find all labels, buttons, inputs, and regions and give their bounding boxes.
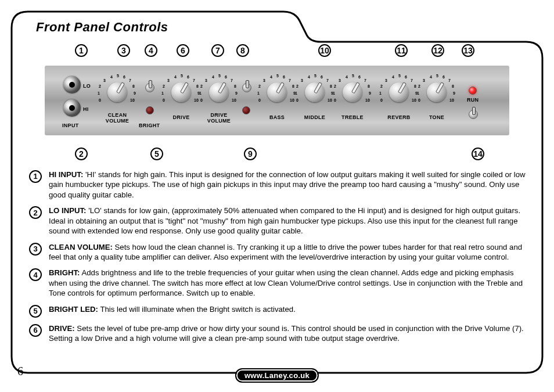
- lo-label: LO: [83, 83, 91, 89]
- desc-body: BRIGHT: Adds brightness and life to the …: [49, 268, 528, 298]
- callout-5: 5: [150, 148, 163, 160]
- callout-7: 7: [211, 44, 224, 57]
- callout-12: 12: [431, 44, 444, 57]
- standby-switch[interactable]: [469, 110, 478, 119]
- page-number: 6: [17, 365, 23, 378]
- knob-label: BASS: [260, 114, 294, 120]
- desc-num: 5: [29, 305, 42, 318]
- knob-reverb[interactable]: 01 23 45 67 89 10 REVERB: [382, 78, 416, 125]
- run-label: RUN: [467, 97, 479, 103]
- desc-body: CLEAN VOLUME: Sets how loud the clean ch…: [49, 242, 528, 262]
- knob-drive[interactable]: 01 23 45 67 89 10 DRIVE: [164, 78, 199, 125]
- knob-label: TREBLE: [335, 114, 370, 120]
- page-root: Front Panel Controls 1 3 4 6 7 8 10 11 1…: [0, 0, 554, 392]
- bright-switch[interactable]: [145, 83, 154, 92]
- knob-middle[interactable]: 01 23 45 67 89 10 MIDDLE: [297, 78, 332, 125]
- descriptions: 1 HI INPUT: 'HI' stands for high gain. T…: [29, 170, 528, 349]
- knob-clean-volume[interactable]: 01 23 45 67 89 10 CLEAN VOLUME: [100, 78, 135, 125]
- bright-led: [146, 106, 154, 114]
- callout-9: 9: [244, 148, 257, 160]
- desc-num: 2: [29, 206, 42, 219]
- knob-bass[interactable]: 01 23 45 67 89 10 BASS: [260, 78, 294, 125]
- desc-num: 4: [29, 268, 42, 281]
- desc-row: 5 BRIGHT LED: This led will illuminate w…: [29, 304, 528, 318]
- footer-url: www.Laney.co.uk: [235, 368, 319, 383]
- desc-row: 2 LO INPUT: 'LO' stands for low gain, (a…: [29, 206, 528, 236]
- knob-label: TONE: [419, 114, 454, 120]
- hi-label: HI: [83, 106, 89, 112]
- callout-2: 2: [75, 148, 88, 160]
- desc-body: DRIVE: Sets the level of tube pre-amp dr…: [49, 323, 528, 344]
- input-label: INPUT: [62, 123, 79, 128]
- knob-label: MIDDLE: [297, 114, 332, 120]
- callout-10: 10: [318, 44, 331, 57]
- desc-num: 3: [29, 243, 42, 256]
- hi-input-jack[interactable]: [63, 99, 81, 117]
- desc-row: 3 CLEAN VOLUME: Sets how loud the clean …: [29, 242, 528, 262]
- channel-switch[interactable]: [242, 83, 251, 92]
- callout-1: 1: [75, 44, 88, 57]
- desc-row: 6 DRIVE: Sets the level of tube pre-amp …: [29, 323, 528, 344]
- desc-num: 6: [29, 324, 42, 337]
- desc-row: 1 HI INPUT: 'HI' stands for high gain. T…: [29, 170, 528, 200]
- desc-body: LO INPUT: 'LO' stands for low gain, (app…: [49, 206, 528, 236]
- amp-front-panel: LO HI INPUT 01 23 45 67 89 10 CLEAN VOLU…: [45, 66, 509, 135]
- knob-drive-volume[interactable]: 01 23 45 67 89 10 DRIVE VOLUME: [202, 78, 236, 125]
- knob-label: DRIVE: [164, 114, 199, 120]
- callout-6: 6: [177, 44, 189, 57]
- callout-4: 4: [145, 44, 157, 57]
- knob-label: REVERB: [382, 114, 416, 120]
- run-led: [469, 87, 477, 95]
- page-title: Front Panel Controls: [36, 20, 168, 35]
- knob-label: DRIVE VOLUME: [202, 112, 236, 124]
- knob-treble[interactable]: 01 23 45 67 89 10 TREBLE: [335, 78, 370, 125]
- bright-label: BRIGHT: [139, 123, 160, 128]
- desc-num: 1: [29, 170, 42, 183]
- callout-11: 11: [395, 44, 408, 57]
- callout-3: 3: [117, 44, 130, 57]
- desc-body: HI INPUT: 'HI' stands for high gain. Thi…: [49, 170, 528, 200]
- desc-body: BRIGHT LED: This led will illuminate whe…: [49, 304, 528, 314]
- knob-tone[interactable]: 01 23 45 67 89 10 TONE: [419, 78, 454, 125]
- callout-8: 8: [236, 44, 249, 57]
- desc-row: 4 BRIGHT: Adds brightness and life to th…: [29, 268, 528, 298]
- lo-input-jack[interactable]: [63, 76, 81, 93]
- callout-13: 13: [462, 44, 474, 57]
- knob-label: CLEAN VOLUME: [100, 112, 135, 124]
- callout-14: 14: [472, 148, 484, 160]
- drive-channel-led: [242, 106, 250, 114]
